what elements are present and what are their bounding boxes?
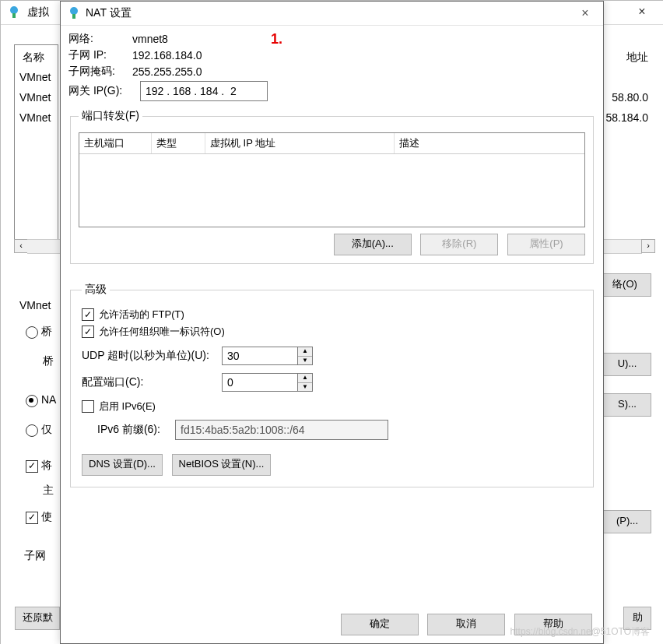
bg-bridge-sub: 桥 bbox=[43, 354, 54, 368]
properties-button: 属性(P) bbox=[507, 234, 585, 255]
ipv6-prefix-label: IPv6 前缀(6): bbox=[97, 423, 175, 437]
subnet-mask-label: 子网掩码: bbox=[68, 65, 132, 79]
advanced-fieldset: 高级 ✓ 允许活动的 FTP(T) ✓ 允许任何组织唯一标识符(O) UDP 超… bbox=[70, 283, 594, 487]
subnet-mask-row: 子网掩码: 255.255.255.0 bbox=[68, 65, 595, 79]
bg-radio-bridged[interactable] bbox=[26, 326, 38, 339]
help-button[interactable]: 帮助 bbox=[514, 614, 592, 635]
gateway-input[interactable] bbox=[140, 81, 268, 101]
subnet-ip-label: 子网 IP: bbox=[68, 48, 132, 62]
bg-row-2[interactable]: VMnet bbox=[19, 111, 51, 124]
port-forward-buttons: 添加(A)... 移除(R) 属性(P) bbox=[79, 234, 585, 255]
svg-point-0 bbox=[10, 6, 18, 14]
ipv6-row: 启用 IPv6(E) bbox=[82, 399, 582, 413]
bg-check-dhcp[interactable]: ✓ bbox=[26, 512, 38, 524]
scroll-left-icon[interactable]: ‹ bbox=[14, 239, 28, 253]
scroll-right-icon[interactable]: › bbox=[641, 239, 655, 253]
bg-help-button[interactable]: 助 bbox=[623, 607, 651, 630]
spin-down-icon[interactable]: ▼ bbox=[298, 383, 312, 392]
bg-host-sub: 主 bbox=[43, 484, 54, 498]
udp-timeout-label: UDP 超时(以秒为单位)(U): bbox=[82, 349, 222, 363]
bg-window-title: 虚拟 bbox=[27, 5, 49, 19]
config-port-input[interactable] bbox=[223, 374, 297, 391]
col-desc[interactable]: 描述 bbox=[395, 133, 584, 153]
bg-addr-1: 58.80.0 bbox=[612, 91, 648, 104]
dialog-footer: 确定 取消 帮助 bbox=[335, 614, 592, 635]
network-row: 网络: vmnet8 bbox=[68, 32, 595, 46]
nat-icon bbox=[67, 6, 81, 20]
dlg-title: NAT 设置 bbox=[86, 6, 132, 20]
port-forward-header: 主机端口 类型 虚拟机 IP 地址 描述 bbox=[79, 133, 584, 154]
subnet-mask-value: 255.255.255.0 bbox=[132, 65, 202, 78]
bg-radio-nat[interactable] bbox=[26, 395, 38, 407]
subnet-ip-value: 192.168.184.0 bbox=[132, 49, 202, 62]
advanced-buttons: DNS 设置(D)... NetBIOS 设置(N)... bbox=[82, 454, 582, 476]
bg-radio-hostonly-label: 仅 bbox=[41, 423, 52, 437]
svg-rect-3 bbox=[72, 14, 75, 19]
bg-network-button[interactable]: 络(O) bbox=[598, 273, 651, 297]
subnet-ip-row: 子网 IP: 192.168.184.0 bbox=[68, 48, 595, 62]
dlg-titlebar: NAT 设置 × bbox=[61, 2, 603, 26]
udp-timeout-row: UDP 超时(以秒为单位)(U): ▲▼ bbox=[82, 347, 582, 365]
bg-dhcp-settings-button[interactable]: (P)... bbox=[603, 510, 651, 533]
app-icon bbox=[7, 5, 21, 19]
ipv6-checkbox[interactable] bbox=[82, 400, 94, 413]
oui-label: 允许任何组织唯一标识符(O) bbox=[99, 325, 225, 339]
port-forward-legend: 端口转发(F) bbox=[79, 109, 142, 123]
ftp-checkbox[interactable]: ✓ bbox=[82, 308, 94, 321]
bg-check-connect-label: 将 bbox=[41, 459, 52, 473]
spin-up-icon[interactable]: ▲ bbox=[298, 374, 312, 383]
ok-button[interactable]: 确定 bbox=[341, 614, 419, 635]
ftp-row: ✓ 允许活动的 FTP(T) bbox=[82, 308, 582, 322]
network-value: vmnet8 bbox=[132, 33, 168, 45]
col-vm-ip[interactable]: 虚拟机 IP 地址 bbox=[205, 133, 395, 153]
bg-radio-bridged-label: 桥 bbox=[41, 325, 52, 339]
port-forward-table[interactable]: 主机端口 类型 虚拟机 IP 地址 描述 bbox=[79, 132, 585, 227]
dns-settings-button[interactable]: DNS 设置(D)... bbox=[82, 454, 163, 476]
bg-auto-button[interactable]: U)... bbox=[603, 353, 651, 376]
bg-radio-hostonly[interactable] bbox=[26, 424, 38, 437]
network-label: 网络: bbox=[68, 32, 132, 46]
config-port-label: 配置端口(C): bbox=[82, 375, 222, 389]
bg-subnet-label: 子网 bbox=[24, 549, 46, 563]
bg-check-connect[interactable]: ✓ bbox=[26, 460, 38, 473]
oui-row: ✓ 允许任何组织唯一标识符(O) bbox=[82, 325, 582, 339]
advanced-legend: 高级 bbox=[82, 283, 110, 297]
bg-col-addr: 地址 bbox=[626, 51, 648, 65]
udp-timeout-input[interactable] bbox=[223, 347, 297, 364]
nat-settings-dialog: NAT 设置 × 1. 网络: vmnet8 子网 IP: 192.168.18… bbox=[60, 1, 604, 644]
bg-row-0[interactable]: VMnet bbox=[19, 71, 51, 83]
gateway-row: 网关 IP(G): bbox=[68, 81, 595, 101]
svg-rect-1 bbox=[12, 13, 16, 18]
config-port-spinner[interactable]: ▲▼ bbox=[222, 373, 313, 392]
col-type[interactable]: 类型 bbox=[152, 133, 205, 153]
config-port-row: 配置端口(C): ▲▼ bbox=[82, 373, 582, 392]
bg-check-dhcp-label: 使 bbox=[41, 510, 52, 524]
spin-down-icon[interactable]: ▼ bbox=[298, 357, 312, 365]
bg-radio-nat-label: NA bbox=[41, 393, 56, 406]
add-button[interactable]: 添加(A)... bbox=[334, 234, 412, 255]
col-host-port[interactable]: 主机端口 bbox=[79, 133, 152, 153]
bg-addr-2: 58.184.0 bbox=[606, 111, 649, 124]
gateway-label: 网关 IP(G): bbox=[68, 84, 140, 98]
ipv6-label: 启用 IPv6(E) bbox=[99, 399, 156, 413]
oui-checkbox[interactable]: ✓ bbox=[82, 326, 94, 338]
remove-button: 移除(R) bbox=[420, 234, 498, 255]
annotation-marker: 1. bbox=[271, 31, 282, 48]
ipv6-prefix-row: IPv6 前缀(6): bbox=[97, 420, 582, 440]
ipv6-prefix-input bbox=[175, 420, 388, 440]
bg-row-1[interactable]: VMnet bbox=[19, 91, 51, 104]
bg-restore-button[interactable]: 还原默 bbox=[15, 607, 60, 630]
bg-close-button[interactable]: × bbox=[624, 1, 660, 23]
close-button[interactable]: × bbox=[567, 2, 603, 25]
spin-up-icon[interactable]: ▲ bbox=[298, 347, 312, 357]
cancel-button[interactable]: 取消 bbox=[427, 614, 505, 635]
dlg-body: 1. 网络: vmnet8 子网 IP: 192.168.184.0 子网掩码:… bbox=[68, 30, 595, 604]
bg-vmnet-info-label: VMnet bbox=[19, 299, 51, 311]
udp-timeout-spinner[interactable]: ▲▼ bbox=[222, 347, 313, 365]
netbios-settings-button[interactable]: NetBIOS 设置(N)... bbox=[172, 454, 272, 476]
ftp-label: 允许活动的 FTP(T) bbox=[99, 308, 184, 322]
svg-point-2 bbox=[70, 7, 78, 15]
bg-col-name: 名称 bbox=[23, 51, 44, 65]
port-forward-fieldset: 端口转发(F) 主机端口 类型 虚拟机 IP 地址 描述 添加(A)... 移除… bbox=[70, 109, 594, 264]
bg-nat-settings-button[interactable]: S)... bbox=[603, 393, 651, 417]
